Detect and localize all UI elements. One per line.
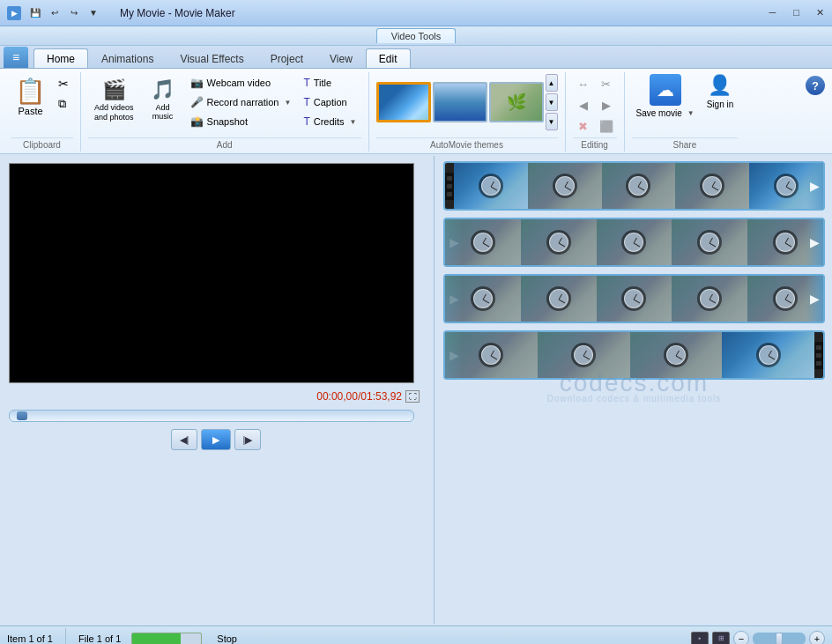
- item-count: Item 1 of 1: [7, 633, 53, 644]
- ribbon-tabs: ≡ Home Animations Visual Effects Project…: [0, 46, 832, 69]
- zoom-slider[interactable]: [753, 633, 806, 645]
- seek-bar[interactable]: [9, 410, 414, 422]
- film-strip-3[interactable]: ▶ ▶: [443, 274, 825, 323]
- trim-button[interactable]: ↔: [573, 74, 594, 93]
- sprocket-left-1: [445, 173, 454, 200]
- webcam-button[interactable]: 📷 Webcam video: [186, 74, 296, 92]
- prev-frame-button[interactable]: ◀|: [171, 429, 197, 450]
- credits-icon: T: [303, 115, 309, 128]
- credits-button[interactable]: T Credits ▼: [299, 113, 360, 130]
- add-label: Add: [88, 137, 361, 150]
- tab-view[interactable]: View: [316, 48, 366, 68]
- record-narration-dropdown-icon: ▼: [284, 99, 291, 107]
- share-content: ☁ Save movie ▼ 👤 Sign in: [632, 74, 739, 136]
- qs-dropdown[interactable]: ▼: [85, 4, 102, 22]
- film-frame: [722, 332, 814, 378]
- split-icon: ✂: [601, 78, 611, 91]
- watermark-sub: Download codecs & multimedia tools: [443, 394, 825, 403]
- seek-handle[interactable]: [17, 411, 27, 420]
- help-button[interactable]: ?: [806, 76, 825, 95]
- minimize-button[interactable]: ─: [761, 0, 784, 25]
- caption-button[interactable]: T Caption: [299, 93, 360, 111]
- strip-4-frames: [445, 332, 814, 378]
- panel-divider: [434, 156, 435, 624]
- cut-button[interactable]: ✂: [54, 74, 73, 93]
- tab-visual-effects[interactable]: Visual Effects: [167, 48, 256, 68]
- stop-label: Stop: [217, 633, 237, 644]
- main-content: 00:00,00/01:53,92 ⛶ ◀| ▶ |▶: [0, 154, 832, 625]
- zoom-in-button[interactable]: +: [809, 631, 825, 645]
- clipboard-label: Clipboard: [11, 137, 73, 150]
- visual-speed-button[interactable]: ⬛: [596, 116, 617, 136]
- add-music-button[interactable]: 🎵 Addmusic: [144, 74, 182, 125]
- film-frame: [672, 219, 747, 265]
- film-frame: [672, 276, 747, 322]
- tab-animations[interactable]: Animations: [88, 48, 167, 68]
- film-frame: [521, 276, 597, 322]
- zoom-out-button[interactable]: −: [733, 631, 749, 645]
- sign-in-button[interactable]: Sign in: [702, 97, 739, 112]
- record-narration-button[interactable]: 🎤 Record narration ▼: [186, 93, 296, 111]
- film-frame: [602, 163, 676, 209]
- theme-3-image: 🌿: [491, 84, 542, 121]
- editing-buttons: ↔ ✂ ◀ ▶: [573, 74, 617, 136]
- tab-edit[interactable]: Edit: [366, 48, 411, 68]
- app-icon: ▶: [7, 6, 21, 20]
- group-add: 🎬 Add videosand photos 🎵 Addmusic 📷 Webc…: [81, 72, 369, 152]
- fullscreen-button[interactable]: ⛶: [405, 390, 420, 403]
- title-icon: T: [303, 77, 309, 89]
- webcam-icon: 📷: [190, 77, 204, 89]
- themes-scroll-up[interactable]: ▲: [546, 74, 558, 92]
- sprocket-hole: [816, 353, 821, 358]
- editing-content: ↔ ✂ ◀ ▶: [573, 74, 617, 136]
- fade-in-button[interactable]: ◀: [573, 95, 594, 115]
- office-button[interactable]: ≡: [4, 47, 28, 68]
- qs-save[interactable]: 💾: [26, 4, 44, 22]
- monitor-icon[interactable]: ▪: [691, 632, 709, 645]
- maximize-button[interactable]: □: [784, 0, 808, 25]
- add-videos-button[interactable]: 🎬 Add videosand photos: [88, 74, 140, 127]
- film-frame: [597, 276, 672, 322]
- next-frame-button[interactable]: |▶: [234, 429, 261, 450]
- copy-button[interactable]: ⧉: [54, 94, 73, 114]
- film-frame: [454, 163, 528, 209]
- qs-redo[interactable]: ↪: [65, 4, 83, 22]
- theme-2[interactable]: [433, 82, 487, 122]
- add-content: 🎬 Add videosand photos 🎵 Addmusic 📷 Webc…: [88, 74, 361, 136]
- playback-controls: ◀| ▶ |▶: [9, 429, 423, 450]
- theme-3[interactable]: 🌿: [489, 82, 544, 122]
- split-button[interactable]: ✂: [596, 74, 617, 93]
- monitor-icon-2[interactable]: ⊞: [712, 632, 730, 645]
- film-strip-2[interactable]: ▶ ▶: [443, 218, 825, 267]
- film-strip-1[interactable]: ▶: [443, 161, 825, 211]
- close-button[interactable]: ✕: [808, 0, 832, 25]
- ribbon: ≡ Home Animations Visual Effects Project…: [0, 46, 832, 154]
- fade-out-button[interactable]: ▶: [596, 95, 617, 115]
- editing-row-3: ✖ ⬛: [573, 116, 617, 136]
- paste-button[interactable]: 📋 Paste: [11, 74, 50, 119]
- status-divider-1: [65, 628, 66, 644]
- save-movie-button[interactable]: Save movie ▼: [632, 106, 699, 121]
- cut-icon: ✂: [58, 77, 69, 91]
- copy-icon: ⧉: [58, 97, 66, 111]
- themes-scroll-down[interactable]: ▼: [546, 113, 558, 130]
- snapshot-button[interactable]: 📸 Snapshot: [186, 113, 296, 130]
- title-button[interactable]: T Title: [299, 74, 360, 92]
- play-button[interactable]: ▶: [201, 429, 231, 450]
- sprocket-hole: [447, 184, 452, 189]
- film-frame: [521, 219, 597, 265]
- theme-1[interactable]: [376, 82, 431, 122]
- strip-right-arrow-1: ▶: [806, 163, 823, 209]
- office-icon: ≡: [12, 50, 19, 64]
- paste-label: Paste: [18, 106, 42, 116]
- tab-home[interactable]: Home: [33, 48, 88, 68]
- stop-button[interactable]: Stop: [212, 631, 241, 645]
- film-strip-4[interactable]: ▶: [443, 330, 825, 380]
- video-tools-label: Video Tools: [376, 28, 456, 43]
- remove-button[interactable]: ✖: [573, 116, 594, 136]
- tab-project[interactable]: Project: [257, 48, 316, 68]
- zoom-handle[interactable]: [776, 633, 783, 645]
- qs-undo[interactable]: ↩: [46, 4, 63, 22]
- title-caption-credits: T Title T Caption T Credits ▼: [299, 74, 360, 130]
- themes-scroll-dropdown[interactable]: ▼: [546, 93, 558, 111]
